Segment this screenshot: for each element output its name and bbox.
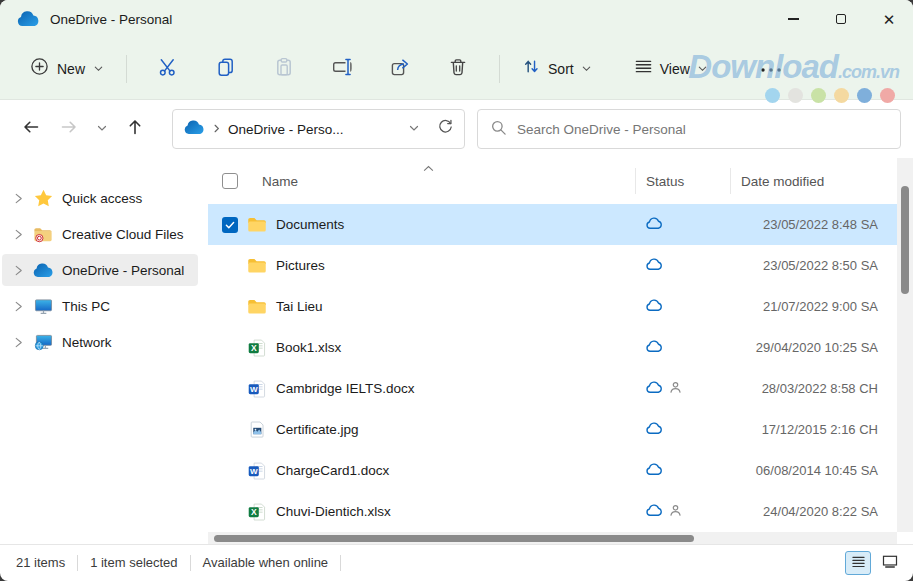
selected-count: 1 item selected — [90, 555, 177, 570]
command-toolbar: New Sort View — [0, 38, 913, 100]
view-button[interactable]: View — [624, 49, 718, 88]
sidebar-item-quick-access[interactable]: Quick access — [2, 182, 198, 214]
file-row-book1-xlsx[interactable]: XBook1.xlsx29/04/2020 10:25 SA — [208, 327, 913, 368]
file-name-cell: WCambridge IELTS.docx — [208, 380, 635, 398]
back-button[interactable] — [14, 112, 48, 146]
breadcrumb-location[interactable]: OneDrive - Perso... — [228, 122, 344, 137]
folder-file-icon — [246, 257, 268, 274]
sidebar-item-network[interactable]: Network — [2, 326, 198, 358]
file-status-cell — [635, 421, 730, 439]
file-date-modified: 29/04/2020 10:25 SA — [730, 340, 888, 355]
select-all-checkbox[interactable] — [222, 173, 238, 189]
refresh-button[interactable] — [436, 118, 454, 140]
chevron-down-icon — [697, 60, 708, 78]
minimize-button[interactable] — [769, 0, 817, 38]
file-row-chuvi-dientich-xlsx[interactable]: XChuvi-Dientich.xlsx24/04/2020 8:22 SA — [208, 491, 913, 532]
file-name-cell: Pictures — [208, 257, 635, 274]
file-status-cell — [635, 298, 730, 316]
chevron-down-icon — [96, 120, 108, 138]
file-list-pane: Name Status Date modified Documents23/05… — [208, 158, 913, 544]
expand-chevron-icon[interactable] — [10, 192, 26, 205]
file-status-cell — [635, 339, 730, 357]
maximize-icon — [836, 14, 846, 24]
search-box[interactable] — [477, 109, 901, 149]
column-header-row: Name Status Date modified — [208, 158, 913, 204]
file-row-chargecard1-docx[interactable]: WChargeCard1.docx06/08/2014 10:45 SA — [208, 450, 913, 491]
expand-chevron-icon[interactable] — [10, 300, 26, 313]
up-button[interactable] — [118, 112, 152, 146]
sidebar-item-creative-cloud-files[interactable]: Creative Cloud Files — [2, 218, 198, 250]
cut-button[interactable] — [139, 49, 197, 89]
expand-chevron-icon[interactable] — [10, 336, 26, 349]
close-button[interactable]: ✕ — [865, 0, 913, 38]
delete-button[interactable] — [429, 49, 487, 89]
sort-button-label: Sort — [548, 61, 574, 77]
cloud-online-icon — [645, 257, 663, 275]
file-row-certificate-jpg[interactable]: Certificate.jpg17/12/2015 2:16 CH — [208, 409, 913, 450]
file-row-pictures[interactable]: Pictures23/05/2022 8:50 SA — [208, 245, 913, 286]
more-options-button[interactable] — [742, 49, 800, 89]
shared-person-icon — [669, 380, 682, 398]
sidebar-item-this-pc[interactable]: This PC — [2, 290, 198, 322]
onedrive-cloud-icon — [183, 120, 205, 139]
chevron-down-icon — [93, 60, 104, 78]
column-header-name-label: Name — [262, 174, 298, 189]
file-name: Certificate.jpg — [276, 422, 359, 437]
share-icon — [390, 57, 410, 81]
vertical-scrollbar-thumb[interactable] — [901, 186, 909, 294]
sidebar-item-label: Quick access — [62, 191, 142, 206]
search-input[interactable] — [517, 122, 888, 137]
recent-locations-button[interactable] — [90, 112, 114, 146]
address-bar[interactable]: OneDrive - Perso... — [172, 109, 465, 149]
horizontal-scrollbar-thumb[interactable] — [214, 535, 694, 542]
large-icons-view-icon — [882, 555, 898, 571]
row-checkbox-checked[interactable] — [222, 217, 238, 233]
horizontal-scrollbar[interactable] — [208, 532, 897, 544]
expand-chevron-icon[interactable] — [10, 264, 26, 277]
statusbar-separator — [190, 555, 191, 571]
maximize-button[interactable] — [817, 0, 865, 38]
column-header-name[interactable]: Name — [208, 173, 635, 189]
svg-text:W: W — [250, 467, 258, 476]
file-date-modified: 23/05/2022 8:50 SA — [730, 258, 888, 273]
file-row-tai-lieu[interactable]: Tai Lieu21/07/2022 9:00 SA — [208, 286, 913, 327]
toolbar-separator — [499, 55, 500, 83]
network-icon — [32, 334, 54, 351]
file-row-cambridge-ielts-docx[interactable]: WCambridge IELTS.docx28/03/2022 8:58 CH — [208, 368, 913, 409]
share-button[interactable] — [371, 49, 429, 89]
forward-button[interactable] — [52, 112, 86, 146]
column-header-date-modified[interactable]: Date modified — [730, 168, 888, 194]
file-row-documents[interactable]: Documents23/05/2022 8:48 SA — [208, 204, 913, 245]
file-name-cell: Tai Lieu — [208, 298, 635, 315]
new-button[interactable]: New — [20, 49, 114, 88]
address-dropdown-chevron-icon[interactable] — [408, 120, 420, 138]
vertical-scrollbar[interactable] — [897, 158, 913, 532]
sidebar-item-onedrive-personal[interactable]: OneDrive - Personal — [2, 254, 198, 286]
file-date-modified: 23/05/2022 8:48 SA — [730, 217, 888, 232]
cloud-online-icon — [645, 380, 663, 398]
view-button-label: View — [660, 61, 690, 77]
watermark-text-suffix: .com.vn — [838, 62, 899, 82]
navigation-bar: OneDrive - Perso... — [0, 100, 913, 158]
statusbar-separator — [77, 555, 78, 571]
file-name-cell: Documents — [208, 216, 635, 233]
svg-text:X: X — [251, 507, 257, 517]
sort-button[interactable]: Sort — [512, 49, 602, 88]
details-view-toggle[interactable] — [845, 551, 871, 575]
window-title: OneDrive - Personal — [50, 12, 172, 27]
cloud-online-icon — [645, 216, 663, 234]
file-status-cell — [635, 216, 730, 234]
star-icon — [32, 189, 54, 207]
up-arrow-icon — [125, 117, 145, 141]
copy-button[interactable] — [197, 49, 255, 89]
file-name-cell: Certificate.jpg — [208, 421, 635, 438]
large-icons-view-toggle[interactable] — [877, 551, 903, 575]
column-header-status[interactable]: Status — [635, 168, 730, 194]
new-plus-icon — [30, 57, 49, 80]
expand-chevron-icon[interactable] — [10, 228, 26, 241]
main-content: Quick accessCreative Cloud FilesOneDrive… — [0, 158, 913, 544]
file-status-cell — [635, 503, 730, 521]
paste-button[interactable] — [255, 49, 313, 89]
word-file-icon: W — [246, 380, 268, 398]
rename-button[interactable] — [313, 49, 371, 89]
